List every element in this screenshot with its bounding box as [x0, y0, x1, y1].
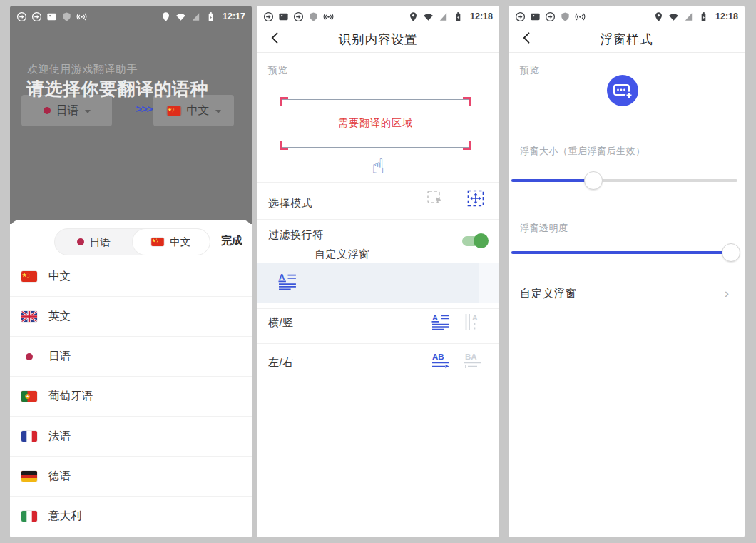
language-list-item[interactable]: 意大利: [10, 497, 252, 536]
language-list: 中文 英文 日语 葡萄牙语 法语 德语 意大利: [10, 257, 252, 536]
cn-flag-icon: [21, 271, 37, 282]
right-to-left-option-icon[interactable]: BA: [464, 352, 482, 370]
battery-icon: [698, 11, 709, 22]
status-bar: 12:17: [10, 9, 252, 24]
screenshot-icon: [278, 11, 289, 22]
language-list-item[interactable]: 中文: [10, 257, 252, 297]
screen-float-style: 12:18 浮窗样式 预览 浮窗大小（重启浮窗后生效） 浮窗透明度 自定义浮窗 …: [509, 6, 745, 537]
language-label: 英文: [48, 309, 71, 324]
language-list-item[interactable]: 葡萄牙语: [10, 377, 252, 417]
chevron-down-icon: [215, 110, 221, 113]
japan-flag-icon: [44, 107, 51, 114]
custom-float-row-label: 自定义浮窗: [520, 287, 577, 300]
float-size-slider[interactable]: [511, 171, 737, 190]
language-list-item[interactable]: 德语: [10, 457, 252, 497]
float-opacity-slider[interactable]: [511, 243, 737, 262]
location-icon: [160, 11, 171, 22]
no-signal-icon: [190, 11, 201, 22]
screen-language-picker: 12:17 欢迎使用游戏翻译助手 请选择你要翻译的语种 日语 >>> 中文 日语…: [10, 6, 252, 537]
hotspot-icon: [575, 11, 586, 22]
language-list-item[interactable]: 英文: [10, 297, 252, 337]
tap-gesture-icon: ☝: [257, 154, 499, 178]
slider-thumb[interactable]: [584, 171, 603, 190]
wifi-icon: [175, 11, 186, 22]
chevron-down-icon: [85, 110, 91, 113]
tab-target-label: 中文: [170, 235, 190, 249]
page-title: 浮窗样式: [509, 31, 745, 48]
chevron-right-icon[interactable]: ›: [725, 285, 729, 301]
toggle-knob: [474, 233, 489, 248]
hotspot-icon: [76, 11, 87, 22]
floating-window-overlay-body-edge: [479, 263, 499, 303]
drag-select-mode-icon[interactable]: [426, 189, 445, 208]
location-icon: [408, 11, 419, 22]
floating-window-overlay-title: 自定义浮窗: [257, 248, 428, 261]
china-flag-icon: [151, 238, 164, 246]
sync-icon: [515, 11, 526, 22]
location-icon: [653, 11, 664, 22]
app-bar: 识别内容设置: [257, 24, 499, 53]
divider: [257, 343, 499, 344]
language-label: 中文: [48, 269, 71, 284]
move-select-mode-icon[interactable]: [466, 189, 485, 208]
language-bottom-sheet: 日语 中文 完成 中文 英文 日语 葡萄牙语 法语 德语 意大利: [10, 220, 252, 537]
wifi-icon: [668, 11, 679, 22]
battery-icon: [205, 11, 216, 22]
screenshot-icon: [530, 11, 541, 22]
horizontal-text-option-icon[interactable]: A: [431, 313, 450, 331]
page-title: 识别内容设置: [257, 31, 499, 48]
target-language-button[interactable]: 中文: [153, 95, 234, 126]
sync-icon: [263, 11, 274, 22]
divider: [257, 52, 499, 53]
slider-fill: [511, 179, 593, 182]
sync-icon: [31, 11, 42, 22]
source-language-button[interactable]: 日语: [21, 95, 112, 126]
fr-flag-icon: [21, 431, 37, 442]
china-flag-icon: [167, 106, 181, 116]
target-language-label: 中文: [187, 103, 210, 118]
language-label: 法语: [48, 429, 71, 444]
svg-text:BA: BA: [465, 352, 477, 361]
shield-icon: [308, 11, 319, 22]
screenshot-icon: [46, 11, 57, 22]
language-label: 德语: [48, 469, 71, 484]
select-mode-label: 选择模式: [268, 197, 312, 210]
float-size-label: 浮窗大小（重启浮窗后生效）: [520, 145, 645, 158]
svg-text:A: A: [279, 273, 285, 281]
dimmed-backdrop: 12:17 欢迎使用游戏翻译助手 请选择你要翻译的语种 日语 >>> 中文: [10, 6, 252, 224]
pt-flag-icon: [21, 391, 37, 402]
capture-region-label: 需要翻译的区域: [282, 100, 469, 147]
svg-text:AB: AB: [432, 352, 444, 361]
filter-linebreak-toggle[interactable]: [462, 236, 486, 246]
divider: [257, 182, 499, 183]
language-list-item[interactable]: 日语: [10, 337, 252, 377]
divider: [509, 52, 745, 53]
clock: 12:17: [223, 11, 245, 21]
vertical-text-option-icon[interactable]: A: [464, 313, 482, 331]
tab-source-label: 日语: [90, 235, 111, 249]
divider: [257, 308, 499, 309]
float-opacity-label: 浮窗透明度: [520, 222, 568, 235]
horizontal-text-icon: A: [278, 272, 297, 291]
svg-text:A: A: [432, 313, 438, 322]
no-signal-icon: [438, 11, 449, 22]
slider-thumb[interactable]: [722, 243, 740, 262]
sync-icon: [293, 11, 304, 22]
battery-icon: [453, 11, 464, 22]
sync-icon: [16, 11, 27, 22]
welcome-text: 欢迎使用游戏翻译助手: [27, 63, 138, 76]
app-bar: 浮窗样式: [509, 24, 745, 53]
svg-text:A: A: [472, 313, 478, 322]
clock: 12:18: [715, 11, 738, 21]
left-to-right-option-icon[interactable]: AB: [431, 352, 450, 370]
tab-target-language[interactable]: 中文: [133, 229, 210, 255]
hotspot-icon: [323, 11, 334, 22]
wifi-icon: [423, 11, 434, 22]
floating-window-preview-icon: [606, 74, 639, 107]
preview-label: 预览: [520, 64, 540, 77]
it-flag-icon: [21, 511, 37, 522]
done-button[interactable]: 完成: [221, 234, 242, 248]
tab-source-language[interactable]: 日语: [55, 229, 133, 255]
filter-linebreak-label: 过滤换行符: [268, 228, 324, 242]
language-list-item[interactable]: 法语: [10, 417, 252, 457]
